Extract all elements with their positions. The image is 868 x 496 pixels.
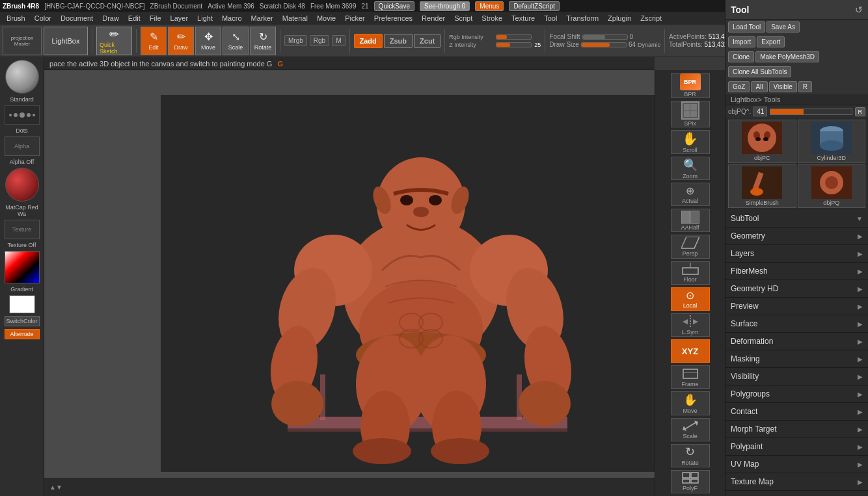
menu-macro[interactable]: Macro	[218, 13, 246, 23]
spix-button[interactable]: SPix	[671, 101, 710, 127]
thumbnail-item-objpc[interactable]: objPC	[728, 120, 796, 163]
section-subtool[interactable]: SubTool ▼	[726, 210, 868, 228]
section-polypaint[interactable]: Polypaint ▶	[726, 438, 868, 456]
local-button[interactable]: ⊙ Local	[671, 287, 710, 311]
polyf-button[interactable]: PolyF	[671, 470, 710, 493]
section-masking[interactable]: Masking ▶	[726, 350, 868, 368]
draw-size-slider[interactable]	[581, 42, 627, 47]
menu-movie[interactable]: Movie	[313, 13, 340, 23]
import-button[interactable]: Import	[728, 36, 755, 47]
menu-draw[interactable]: Draw	[98, 13, 123, 23]
menu-layer[interactable]: Layer	[167, 13, 193, 23]
draw-button[interactable]: ✏ Draw	[168, 27, 194, 55]
section-fibermesh[interactable]: FiberMesh ▶	[726, 263, 868, 280]
menu-document[interactable]: Document	[57, 13, 97, 23]
zcut-button[interactable]: Zcut	[414, 34, 441, 48]
z-intensity-slider[interactable]	[496, 42, 532, 47]
mrgb-button[interactable]: Mrgb	[284, 35, 307, 46]
switch-color-button[interactable]: SwitchColor	[5, 316, 40, 326]
canvas-inner[interactable]	[161, 95, 681, 472]
color-swatch[interactable]	[9, 295, 35, 313]
menu-zscript[interactable]: Zscript	[636, 13, 666, 23]
clone-button[interactable]: Clone	[728, 51, 754, 62]
menu-marker[interactable]: Marker	[247, 13, 277, 23]
section-uv-map[interactable]: UV Map ▶	[726, 456, 868, 473]
obj-slider[interactable]	[770, 109, 852, 115]
tool-panel-refresh-icon[interactable]: ↺	[855, 5, 863, 15]
move-icon-button[interactable]: ✋ Move	[671, 391, 710, 415]
m-button[interactable]: M	[332, 35, 345, 46]
r-button[interactable]: R	[798, 81, 812, 92]
menu-transform[interactable]: Transform	[562, 13, 603, 23]
texture-preview[interactable]: Texture	[5, 220, 40, 239]
section-geometry-hd[interactable]: Geometry HD ▶	[726, 280, 868, 298]
default2script-button[interactable]: DefaultZScript	[509, 1, 559, 11]
thumbnail-item-objpq[interactable]: objPQ	[798, 164, 866, 208]
section-surface[interactable]: Surface ▶	[726, 315, 868, 333]
zsub-button[interactable]: Zsub	[384, 34, 413, 48]
section-morph-target[interactable]: Morph Target ▶	[726, 421, 868, 438]
menu-preferences[interactable]: Preferences	[370, 13, 416, 23]
menu-edit[interactable]: Edit	[124, 13, 144, 23]
actual-button[interactable]: ⊕ Actual	[671, 183, 710, 206]
menu-render[interactable]: Render	[418, 13, 449, 23]
menu-zplugin[interactable]: Zplugin	[604, 13, 635, 23]
menu-stroke[interactable]: Stroke	[478, 13, 506, 23]
section-geometry[interactable]: Geometry ▶	[726, 228, 868, 245]
menu-tool[interactable]: Tool	[540, 13, 561, 23]
menu-picker[interactable]: Picker	[341, 13, 369, 23]
section-contact[interactable]: Contact ▶	[726, 403, 868, 421]
rgb-button[interactable]: Rgb	[310, 35, 329, 46]
section-visibility[interactable]: Visibility ▶	[726, 368, 868, 385]
section-texture-map[interactable]: Texture Map ▶	[726, 473, 868, 491]
menu-light[interactable]: Light	[193, 13, 217, 23]
move-button[interactable]: ✥ Move	[195, 27, 221, 55]
section-preview[interactable]: Preview ▶	[726, 298, 868, 315]
section-layers[interactable]: Layers ▶	[726, 245, 868, 263]
quicksave-button[interactable]: QuickSave	[374, 1, 414, 11]
obj-r-button[interactable]: R	[855, 107, 866, 116]
scale-icon-button[interactable]: Scale	[671, 418, 710, 441]
material-preview[interactable]	[5, 168, 39, 202]
export-button[interactable]: Export	[757, 36, 785, 47]
clone-all-subtools-button[interactable]: Clone All SubTools	[728, 66, 791, 77]
lightbox-button[interactable]: LightBox	[44, 27, 88, 55]
menus-button[interactable]: Menus	[475, 1, 504, 11]
menu-color[interactable]: Color	[31, 13, 55, 23]
seethrough-button[interactable]: See-through 0	[420, 1, 470, 11]
visible-button[interactable]: Visible	[769, 81, 797, 92]
bpr-button[interactable]: BPR BPR	[671, 73, 710, 98]
aahalf-button[interactable]: AAHalf	[671, 209, 710, 232]
floor-button[interactable]: Floor	[671, 261, 710, 285]
rotate-icon-button[interactable]: ↻ Rotate	[671, 444, 710, 467]
menu-brush[interactable]: Brush	[3, 13, 29, 23]
alternate-button[interactable]: Alternate	[5, 329, 40, 339]
load-tool-button[interactable]: Load Tool	[728, 21, 765, 33]
dots-preview[interactable]	[5, 105, 40, 125]
xyz-button[interactable]: XYZ	[671, 339, 710, 363]
goz-button[interactable]: GoZ	[728, 81, 750, 92]
rotate-button[interactable]: ↻ Rotate	[250, 27, 276, 55]
color-picker[interactable]	[5, 251, 40, 283]
all-button[interactable]: All	[751, 81, 767, 92]
quick-sketch-button[interactable]: ✏ Quick Sketch	[96, 27, 132, 55]
menu-texture[interactable]: Texture	[508, 13, 539, 23]
scroll-button[interactable]: ✋ Scroll	[671, 130, 710, 154]
menu-file[interactable]: File	[146, 13, 165, 23]
rgb-intensity-slider[interactable]	[496, 34, 532, 40]
edit-button[interactable]: ✎ Edit	[141, 27, 167, 55]
persp-button[interactable]: Persp	[671, 235, 710, 258]
scale-button[interactable]: ⤡ Scale	[223, 27, 249, 55]
zoom-button[interactable]: 🔍 Zoom	[671, 157, 710, 180]
make-polymesh3d-button[interactable]: Make PolyMesh3D	[755, 51, 819, 62]
brush-preview[interactable]	[5, 60, 39, 94]
section-deformation[interactable]: Deformation ▶	[726, 333, 868, 350]
menu-material[interactable]: Material	[278, 13, 312, 23]
menu-script[interactable]: Script	[450, 13, 476, 23]
thumbnail-item-cylinder3d[interactable]: Cylinder3D	[798, 120, 866, 163]
lsym-button[interactable]: L.Sym	[671, 313, 710, 337]
section-displacement-map[interactable]: Displacement Map ▶	[726, 491, 868, 496]
section-polygroups[interactable]: Polygroups ▶	[726, 385, 868, 403]
thumbnail-item-simplebrush[interactable]: SimpleBrush	[728, 164, 796, 208]
alpha-preview[interactable]: Alpha	[5, 137, 40, 156]
